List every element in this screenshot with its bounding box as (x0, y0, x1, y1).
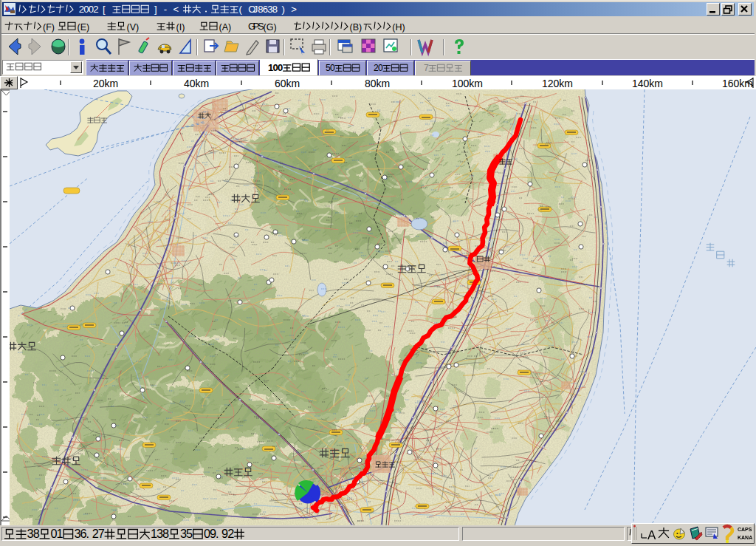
svg-text:(A): (A) (219, 22, 232, 33)
svg-text:160km: 160km (722, 78, 753, 89)
svg-text:2: 2 (93, 4, 98, 15)
svg-text:7: 7 (98, 528, 105, 540)
svg-text:.: . (216, 528, 219, 540)
svg-text:8: 8 (162, 528, 169, 540)
svg-text:2: 2 (227, 528, 234, 540)
svg-text:): ) (282, 4, 285, 15)
svg-text:5: 5 (186, 528, 193, 540)
svg-text:(: ( (239, 4, 243, 15)
svg-text:(G): (G) (264, 22, 277, 33)
svg-text:60km: 60km (275, 78, 300, 89)
svg-text:120km: 120km (542, 78, 573, 89)
svg-text:0: 0 (378, 64, 383, 73)
svg-text:(F): (F) (43, 22, 55, 33)
svg-text:8: 8 (272, 4, 278, 15)
svg-text:<: < (173, 4, 179, 15)
svg-text:8: 8 (33, 528, 40, 540)
svg-text:(B): (B) (350, 22, 362, 33)
svg-text:[: [ (103, 4, 106, 15)
svg-text:40km: 40km (184, 78, 209, 89)
svg-text:0: 0 (278, 63, 283, 73)
svg-text:CAPS: CAPS (738, 527, 752, 532)
svg-text:-: - (164, 4, 167, 15)
svg-text:(I): (I) (176, 22, 185, 33)
svg-text:(V): (V) (127, 22, 140, 33)
svg-text:KANA: KANA (738, 535, 752, 540)
svg-text:.: . (86, 528, 90, 540)
svg-text:100km: 100km (452, 78, 483, 89)
svg-text:1: 1 (57, 528, 63, 540)
svg-text:]: ] (154, 4, 157, 15)
svg-text:(E): (E) (78, 22, 90, 33)
svg-text:>: > (291, 4, 297, 15)
svg-text:(H): (H) (392, 22, 405, 33)
svg-text:A: A (647, 528, 656, 542)
svg-text:7: 7 (424, 64, 429, 73)
svg-text:80km: 80km (365, 78, 390, 89)
svg-text:0: 0 (330, 64, 335, 73)
svg-text:20km: 20km (93, 78, 118, 89)
svg-text:140km: 140km (632, 78, 663, 89)
